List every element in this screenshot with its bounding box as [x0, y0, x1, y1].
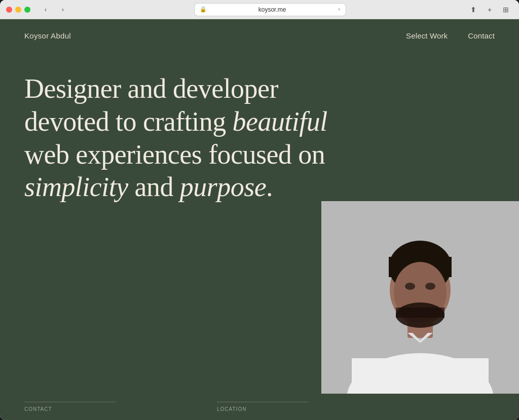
url-text: koysor.me [210, 6, 335, 13]
svg-rect-9 [396, 308, 444, 318]
footer-contact-label: CONTACT [24, 406, 116, 412]
headline-italic-beautiful: beautiful [233, 106, 327, 137]
share-button[interactable]: ⬆ [466, 3, 480, 17]
site-logo[interactable]: Koysor Abdul [24, 31, 71, 40]
nav-links: Select Work Contact [406, 31, 495, 40]
person-photo [321, 201, 519, 394]
footer-contact-col: CONTACT [24, 402, 116, 412]
maximize-button-traffic[interactable] [24, 7, 30, 13]
minimize-button-traffic[interactable] [15, 7, 21, 13]
site-nav: Koysor Abdul Select Work Contact [0, 19, 519, 52]
headline-text-2: web experiences focused on [24, 139, 325, 170]
browser-window: ‹ › 🔒 koysor.me × ⬆ + ⊞ Koysor Abdul Sel… [0, 0, 519, 420]
hero-headline: Designer and developer devoted to crafti… [24, 72, 369, 204]
headline-italic-simplicity: simplicity [24, 172, 128, 202]
browser-actions: ⬆ + ⊞ [466, 3, 513, 17]
address-bar[interactable]: 🔒 koysor.me × [194, 3, 346, 16]
footer-location-col: LOCATION [217, 402, 308, 412]
website-content: Koysor Abdul Select Work Contact Designe… [0, 19, 519, 420]
hero-text-block: Designer and developer devoted to crafti… [24, 72, 369, 204]
footer-location-label: LOCATION [217, 406, 308, 412]
tab-overview-button[interactable]: ⊞ [499, 3, 513, 17]
svg-rect-2 [352, 358, 489, 394]
footer-section: CONTACT LOCATION [0, 394, 519, 420]
hero-section: Designer and developer devoted to crafti… [0, 52, 519, 394]
nav-contact[interactable]: Contact [468, 31, 495, 40]
browser-controls: ‹ › [39, 3, 70, 17]
lock-icon: 🔒 [200, 6, 207, 13]
address-clear-icon[interactable]: × [338, 7, 341, 12]
person-svg [321, 201, 519, 394]
headline-italic-purpose: purpose [180, 172, 266, 202]
headline-text-3: and [128, 172, 180, 202]
close-button-traffic[interactable] [6, 7, 12, 13]
svg-point-10 [405, 283, 415, 290]
portrait-image [321, 201, 519, 394]
browser-titlebar: ‹ › 🔒 koysor.me × ⬆ + ⊞ [0, 0, 519, 19]
footer-divider-1 [24, 402, 116, 402]
nav-select-work[interactable]: Select Work [406, 31, 448, 40]
traffic-lights [6, 7, 30, 13]
nav-forward-button[interactable]: › [56, 3, 70, 17]
new-tab-button[interactable]: + [483, 3, 497, 17]
nav-back-button[interactable]: ‹ [39, 3, 53, 17]
address-bar-container: 🔒 koysor.me × [78, 3, 462, 16]
svg-point-11 [425, 283, 435, 290]
headline-period: . [266, 172, 273, 202]
footer-divider-2 [217, 402, 308, 402]
